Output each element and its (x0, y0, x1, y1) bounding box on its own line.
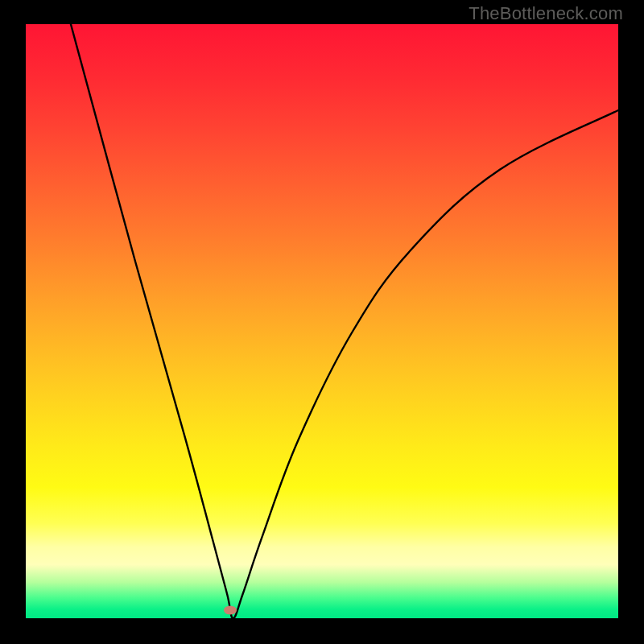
watermark-text: TheBottleneck.com (469, 3, 623, 24)
chart-frame: TheBottleneck.com (0, 0, 644, 644)
scatter-point (224, 606, 237, 615)
plot-area (26, 24, 618, 618)
bottleneck-curve (26, 24, 618, 618)
